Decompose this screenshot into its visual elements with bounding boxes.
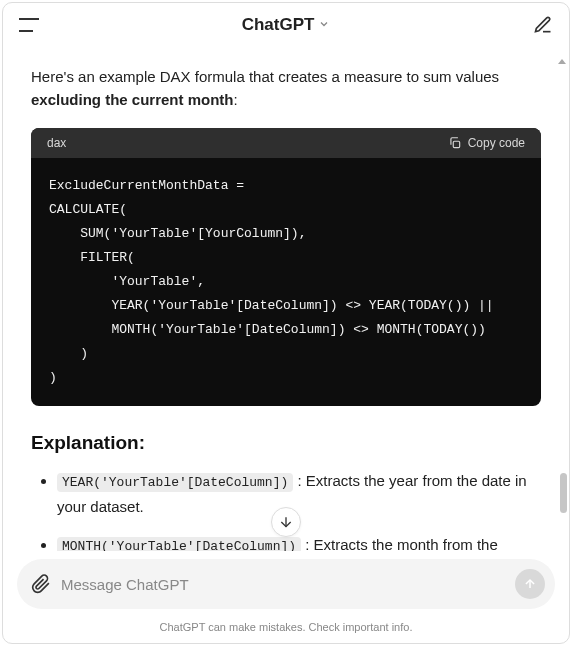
- input-area: [3, 551, 569, 615]
- copy-icon: [448, 136, 462, 150]
- code-block: dax Copy code ExcludeCurrentMonthData = …: [31, 128, 541, 406]
- arrow-down-icon: [278, 514, 294, 530]
- scrollbar-thumb[interactable]: [560, 473, 567, 513]
- disclaimer-text: ChatGPT can make mistakes. Check importa…: [3, 615, 569, 643]
- new-chat-icon[interactable]: [533, 15, 553, 35]
- attach-button[interactable]: [31, 574, 51, 594]
- code-header: dax Copy code: [31, 128, 541, 158]
- explanation-heading: Explanation:: [31, 432, 541, 454]
- arrow-up-icon: [523, 577, 537, 591]
- message-input-container: [17, 559, 555, 609]
- app-title: ChatGPT: [242, 15, 315, 35]
- intro-text-strong: excluding the current month: [31, 91, 234, 108]
- inline-code: MONTH('YourTable'[DateColumn]): [57, 537, 301, 551]
- inline-code: YEAR('YourTable'[DateColumn]): [57, 473, 293, 492]
- intro-text-suffix: :: [234, 91, 238, 108]
- svg-rect-0: [453, 141, 459, 147]
- send-button[interactable]: [515, 569, 545, 599]
- message-input[interactable]: [61, 576, 505, 593]
- code-language-label: dax: [47, 136, 66, 150]
- scroll-to-bottom-button[interactable]: [271, 507, 301, 537]
- header: ChatGPT: [3, 3, 569, 45]
- menu-icon[interactable]: [19, 18, 39, 32]
- list-item: MONTH('YourTable'[DateColumn]) : Extract…: [57, 532, 541, 551]
- message-intro: Here's an example DAX formula that creat…: [31, 65, 541, 112]
- copy-code-button[interactable]: Copy code: [448, 136, 525, 150]
- chat-content: Here's an example DAX formula that creat…: [3, 45, 569, 551]
- paperclip-icon: [31, 574, 51, 594]
- intro-text-prefix: Here's an example DAX formula that creat…: [31, 68, 499, 85]
- model-selector[interactable]: ChatGPT: [242, 15, 331, 35]
- scrollbar-track[interactable]: [560, 53, 567, 573]
- list-item: YEAR('YourTable'[DateColumn]) : Extracts…: [57, 468, 541, 520]
- code-body: ExcludeCurrentMonthData = CALCULATE( SUM…: [31, 158, 541, 406]
- copy-code-label: Copy code: [468, 136, 525, 150]
- chevron-down-icon: [318, 18, 330, 33]
- explanation-text: : Extracts the month from the: [301, 536, 498, 551]
